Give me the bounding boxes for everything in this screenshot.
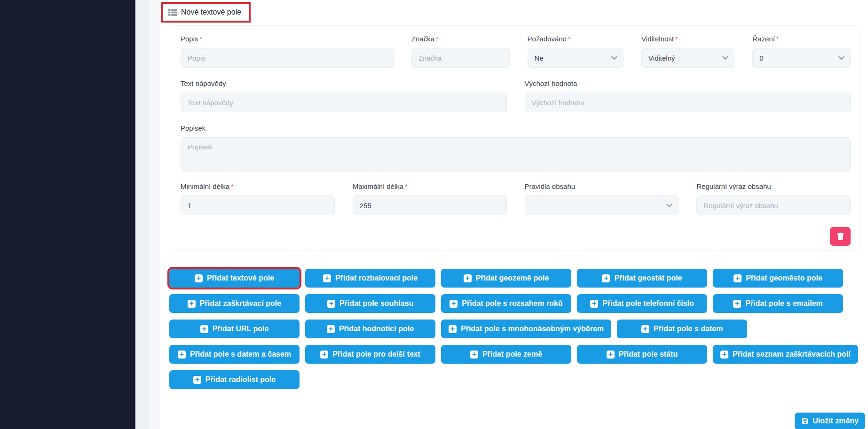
save-button-label: Uložit změny (813, 417, 859, 425)
add-button-label: Přidat geozemě pole (476, 274, 549, 282)
field-popisek: Popisek (181, 124, 851, 172)
sidebar-rail (135, 0, 150, 429)
plus-square-icon (733, 300, 741, 308)
add-button-label: Přidat pole s datem (654, 325, 723, 333)
plus-square-icon (193, 376, 201, 384)
add-button-label: Přidat URL pole (213, 325, 269, 333)
add-button-label: Přidat pole telefonní číslo (602, 299, 694, 308)
viditelnost-select[interactable]: Viditelný (641, 48, 734, 68)
add-pole-telefonni-cislo-button[interactable]: Přidat pole telefonní číslo (577, 294, 707, 313)
pravidla-obsahu-select[interactable] (525, 195, 679, 215)
field-popis: Popis* (181, 35, 394, 68)
required-asterisk: * (675, 35, 678, 43)
add-pole-souhlasu-button[interactable]: Přidat pole souhlasu (305, 294, 435, 313)
plus-square-icon (602, 274, 610, 282)
add-geozeme-pole-button[interactable]: Přidat geozemě pole (441, 269, 571, 288)
regularni-vyraz-input[interactable] (696, 195, 851, 215)
add-buttons-row-2: Přidat zaškrtávací pole Přidat pole souh… (169, 294, 860, 313)
plus-square-icon (607, 351, 615, 359)
popis-input[interactable] (181, 48, 394, 68)
add-buttons-row-4: Přidat pole s datem a časem Přidat pole … (169, 345, 860, 364)
add-textove-pole-button[interactable]: Přidat textové pole (169, 269, 300, 288)
sidebar-rail-light (150, 0, 160, 429)
chevron-down-icon (666, 203, 672, 207)
add-button-label: Přidat pole s rozsahem roků (462, 299, 562, 308)
plus-square-icon (464, 274, 472, 282)
table-list-icon (168, 9, 177, 16)
delete-field-button[interactable] (830, 227, 851, 246)
plus-square-icon (323, 274, 331, 282)
field-regularni-vyraz: Regulární výraz obsahu (696, 182, 851, 215)
add-button-label: Přidat seznam zaškrtávacích polí (733, 350, 851, 359)
znacka-input[interactable] (411, 48, 510, 68)
field-pravidla-obsahu: Pravidla obsahu (525, 182, 679, 215)
add-button-label: Přidat pole země (482, 350, 542, 359)
field-pozadovano: Požadováno* Ne (528, 35, 624, 68)
add-rozbalovaci-pole-button[interactable]: Přidat rozbalovací pole (305, 269, 435, 288)
add-button-label: Přidat pole státu (619, 350, 678, 359)
add-button-label: Přidat pole pro delší text (332, 350, 420, 359)
add-geomesto-pole-button[interactable]: Přidat geoměsto pole (713, 269, 843, 288)
required-asterisk: * (776, 35, 779, 43)
add-button-label: Přidat pole s datem a časem (190, 350, 291, 359)
add-pole-zeme-button[interactable]: Přidat pole země (441, 345, 571, 364)
min-delka-label: Minimální délka (181, 182, 229, 190)
plus-square-icon (178, 351, 186, 359)
plus-square-icon (720, 351, 728, 359)
add-pole-s-emailem-button[interactable]: Přidat pole s emailem (713, 294, 843, 313)
form-row-3: Popisek (181, 124, 851, 172)
add-pole-pro-delsi-text-button[interactable]: Přidat pole pro delší text (305, 345, 435, 364)
plus-square-icon (449, 325, 457, 333)
max-delka-label: Maximální délka (353, 182, 403, 190)
field-viditelnost: Viditelnost* Viditelný (641, 35, 734, 68)
chevron-down-icon (722, 56, 728, 60)
add-zaskrtavaci-pole-button[interactable]: Přidat zaškrtávací pole (169, 294, 300, 313)
min-delka-input[interactable] (181, 195, 335, 215)
plus-square-icon (195, 274, 203, 282)
add-buttons-row-3: Přidat URL pole Přidat hodnotící pole Př… (169, 320, 860, 338)
text-napovedy-label: Text nápovědy (181, 79, 507, 87)
add-pole-s-mnohonasobnym-vyberem-button[interactable]: Přidat pole s mnohonásobným výběrem (441, 320, 611, 338)
add-button-label: Přidat pole s mnohonásobným výběrem (461, 325, 604, 333)
pozadovano-label: Požadováno (528, 35, 567, 43)
field-vychozi-hodnota: Výchozí hodnota (525, 79, 851, 112)
form-row-2: Text nápovědy Výchozí hodnota (181, 79, 851, 112)
add-button-label: Přidat geoměsto pole (746, 274, 822, 282)
save-changes-button[interactable]: Uložit změny (795, 413, 865, 429)
add-geostat-pole-button[interactable]: Přidat geostát pole (577, 269, 707, 288)
max-delka-input[interactable] (353, 195, 507, 215)
add-button-label: Přidat zaškrtávací pole (200, 299, 281, 308)
add-button-label: Přidat textové pole (207, 274, 274, 282)
field-settings-card: Popis* Značka* Požadováno* Ne Viditelnos… (171, 25, 860, 251)
chevron-down-icon (611, 56, 617, 60)
pozadovano-select[interactable]: Ne (528, 48, 624, 68)
text-napovedy-input[interactable] (181, 93, 507, 112)
delete-row (181, 227, 851, 246)
add-field-buttons-zone: Přidat textové pole Přidat rozbalovací p… (169, 269, 860, 389)
plus-square-icon (188, 300, 196, 308)
form-row-1: Popis* Značka* Požadováno* Ne Viditelnos… (181, 35, 851, 68)
add-url-pole-button[interactable]: Přidat URL pole (169, 320, 300, 338)
razeni-select[interactable]: 0 (752, 48, 851, 68)
save-row: Uložit změny (160, 413, 865, 429)
required-asterisk: * (568, 35, 570, 43)
vychozi-hodnota-input[interactable] (525, 93, 851, 112)
add-button-label: Přidat radiolist pole (205, 375, 276, 384)
add-seznam-zaskrtavacich-poli-button[interactable]: Přidat seznam zaškrtávacích polí (713, 345, 858, 364)
popisek-textarea[interactable] (181, 137, 851, 172)
popisek-label: Popisek (181, 124, 851, 132)
plus-square-icon (327, 325, 335, 333)
panel-title-annotation: Nové textové pole (161, 2, 251, 23)
field-max-delka: Maximální délka* (353, 182, 507, 215)
add-pole-statu-button[interactable]: Přidat pole státu (577, 345, 707, 364)
main-content: Nové textové pole Popis* Značka* Požadov… (160, 0, 868, 429)
plus-square-icon (470, 351, 478, 359)
add-pole-s-rozsahem-roku-button[interactable]: Přidat pole s rozsahem roků (441, 294, 571, 313)
razeni-label: Řazení (752, 35, 775, 43)
vychozi-hodnota-label: Výchozí hodnota (525, 79, 851, 87)
add-hodnotici-pole-button[interactable]: Přidat hodnotící pole (305, 320, 435, 338)
add-pole-s-datem-a-casem-button[interactable]: Přidat pole s datem a časem (169, 345, 300, 364)
add-button-label: Přidat hodnotící pole (339, 325, 414, 333)
add-radiolist-pole-button[interactable]: Přidat radiolist pole (169, 370, 300, 389)
add-pole-s-datem-button[interactable]: Přidat pole s datem (617, 320, 747, 338)
